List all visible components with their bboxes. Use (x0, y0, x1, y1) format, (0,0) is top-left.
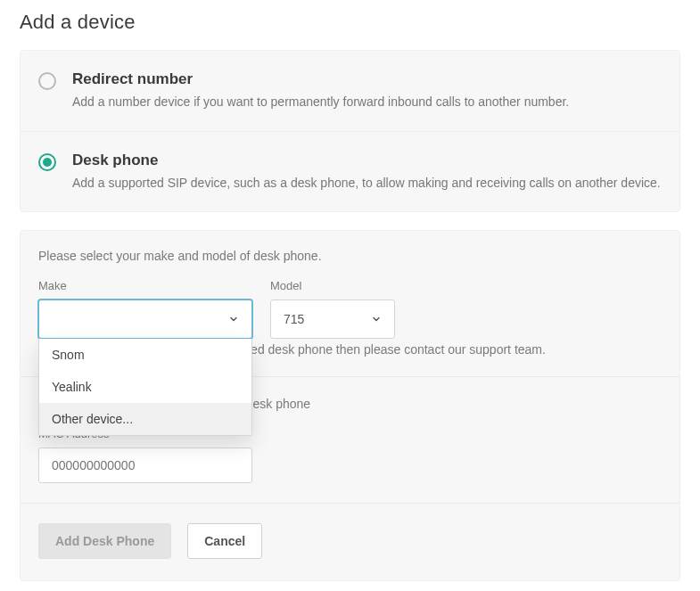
mac-address-input[interactable] (38, 447, 252, 483)
device-type-redirect-title: Redirect number (72, 70, 662, 88)
form-intro-text: Please select your make and model of des… (38, 249, 662, 263)
model-select[interactable]: 715 (270, 300, 395, 339)
model-label: Model (270, 279, 395, 292)
model-selected-value: 715 (284, 312, 304, 326)
device-type-redirect-desc: Add a number device if you want to perma… (72, 94, 662, 111)
make-option-other[interactable]: Other device... (39, 403, 251, 435)
page-title: Add a device (20, 11, 680, 34)
divider (21, 503, 679, 504)
radio-checked-icon (38, 153, 56, 171)
device-type-redirect[interactable]: Redirect number Add a number device if y… (21, 51, 679, 131)
add-desk-phone-button[interactable]: Add Desk Phone (38, 523, 171, 559)
radio-unchecked-icon (38, 72, 56, 90)
device-type-desk-title: Desk phone (72, 152, 662, 169)
device-type-panel: Redirect number Add a number device if y… (20, 50, 680, 212)
device-type-desk[interactable]: Desk phone Add a supported SIP device, s… (21, 131, 679, 212)
chevron-down-icon (371, 314, 382, 324)
make-select[interactable] (38, 300, 252, 339)
make-label: Make (38, 279, 252, 292)
make-option-yealink[interactable]: Yealink (39, 371, 251, 403)
make-option-snom[interactable]: Snom (39, 339, 251, 371)
cancel-button[interactable]: Cancel (187, 523, 262, 559)
make-dropdown[interactable]: Snom Yealink Other device... (38, 339, 252, 436)
chevron-down-icon (228, 314, 239, 324)
device-type-desk-desc: Add a supported SIP device, such as a de… (72, 175, 662, 193)
desk-phone-form-panel: Please select your make and model of des… (20, 230, 680, 581)
